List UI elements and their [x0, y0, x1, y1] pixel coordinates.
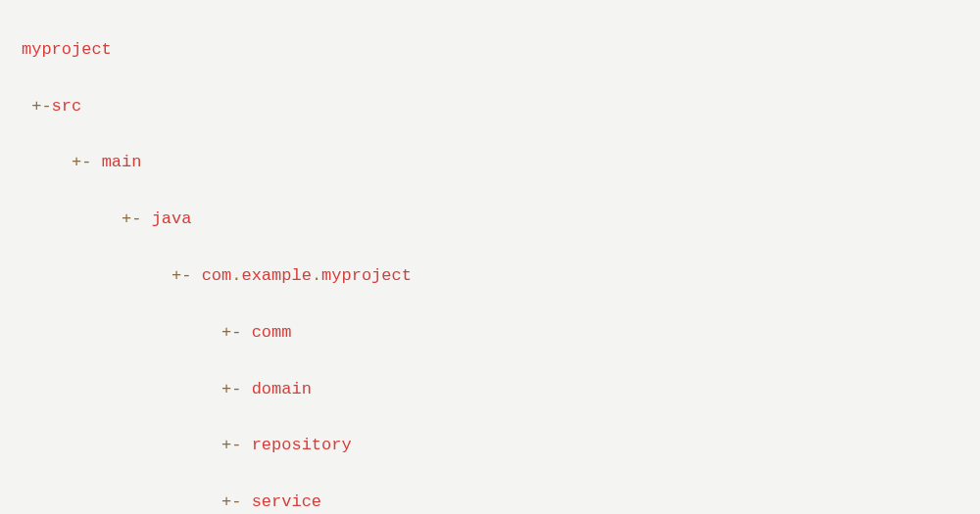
- tree-src: +-src: [22, 93, 980, 121]
- main-prefix: +-: [22, 153, 102, 171]
- comm-label: comm: [252, 323, 292, 342]
- repository-prefix: +-: [22, 436, 252, 454]
- pkg-prefix: +-: [22, 266, 202, 285]
- tree-repository: +- repository: [22, 432, 980, 460]
- main-label: main: [102, 153, 142, 171]
- root-label: myproject: [22, 40, 112, 59]
- pkg-dot2: .: [312, 266, 321, 285]
- tree-service: +- service: [22, 489, 980, 514]
- java-label: java: [152, 210, 192, 228]
- tree-domain: +- domain: [22, 376, 980, 404]
- service-prefix: +-: [22, 492, 252, 511]
- java-prefix: +-: [22, 210, 152, 228]
- domain-prefix: +-: [22, 380, 252, 398]
- src-prefix: +-: [22, 97, 52, 116]
- pkg-my: myproject: [321, 266, 412, 285]
- pkg-dot1: .: [231, 266, 241, 285]
- tree-package: +- com.example.myproject: [22, 262, 980, 291]
- service-label: service: [252, 492, 321, 511]
- tree-main: +- main: [22, 149, 980, 177]
- pkg-com: com: [202, 266, 232, 285]
- tree-comm: +- comm: [22, 319, 980, 348]
- project-tree: myproject +-src +- main +- java +- com.e…: [0, 0, 980, 514]
- src-label: src: [52, 97, 82, 116]
- tree-root: myproject: [22, 36, 980, 65]
- repository-label: repository: [252, 436, 352, 454]
- domain-label: domain: [252, 380, 312, 398]
- pkg-example: example: [241, 266, 311, 285]
- tree-java: +- java: [22, 206, 980, 234]
- comm-prefix: +-: [22, 323, 252, 342]
